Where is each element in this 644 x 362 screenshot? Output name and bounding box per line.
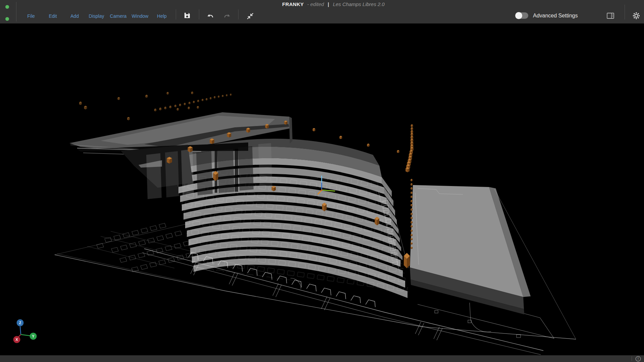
divider xyxy=(238,9,238,19)
menu-item-camera[interactable]: Camera xyxy=(107,11,129,21)
menu-item-window[interactable]: Window xyxy=(129,11,151,21)
divider xyxy=(625,5,625,19)
axis-x-ball[interactable]: X xyxy=(13,336,20,343)
status-dot-bottom xyxy=(5,17,9,21)
app-name: FRANKY xyxy=(282,1,304,7)
status-bar: ! xyxy=(0,355,644,362)
menu-item-edit[interactable]: Edit xyxy=(42,11,64,21)
side-panel-button[interactable] xyxy=(605,11,615,21)
viewport-container: Z X Y xyxy=(0,23,644,355)
advanced-settings-label: Advanced Settings xyxy=(533,12,578,19)
redo-button[interactable] xyxy=(222,11,232,21)
info-button[interactable]: ! xyxy=(635,356,641,362)
collapse-view-button[interactable] xyxy=(245,11,255,21)
gear-icon xyxy=(632,11,641,20)
menu-item-help[interactable]: Help xyxy=(151,11,173,21)
redo-icon xyxy=(223,12,231,20)
document-name: Les Champs Libres 2.0 xyxy=(333,1,384,7)
save-floppy-icon xyxy=(183,11,191,19)
svg-text:!: ! xyxy=(637,357,638,361)
3d-viewport-canvas[interactable]: Z X Y xyxy=(0,23,644,355)
undo-icon xyxy=(206,12,215,20)
floor-seat-rows xyxy=(97,223,193,272)
undo-button[interactable] xyxy=(205,11,215,21)
menu-item-file[interactable]: File xyxy=(20,11,42,21)
divider xyxy=(632,356,632,361)
toggle-knob xyxy=(515,12,522,19)
window-title: FRANKY - edited | Les Champs Libres 2.0 xyxy=(282,1,384,7)
svg-text:Y: Y xyxy=(32,334,35,338)
collapse-arrows-icon xyxy=(246,12,255,20)
edit-state: - edited xyxy=(307,1,324,7)
axis-y-ball[interactable]: Y xyxy=(30,333,37,340)
top-bar: File Edit Add Display Camera Window Help… xyxy=(0,0,644,23)
raised-slab xyxy=(410,185,531,314)
svg-text:Z: Z xyxy=(19,321,21,325)
svg-text:X: X xyxy=(15,338,18,342)
menu-bar: File Edit Add Display Camera Window Help xyxy=(20,11,173,21)
divider xyxy=(199,9,199,19)
axis-z-ball[interactable]: Z xyxy=(17,319,24,326)
menu-item-add[interactable]: Add xyxy=(64,11,86,21)
side-panel-icon xyxy=(606,11,615,20)
title-separator: | xyxy=(328,1,329,7)
divider xyxy=(16,2,16,21)
settings-button[interactable] xyxy=(631,11,641,21)
axis-gizmo: Z X Y xyxy=(13,319,37,343)
divider xyxy=(176,9,176,19)
save-button[interactable] xyxy=(182,10,192,20)
status-dot-top xyxy=(5,5,9,9)
advanced-settings-toggle[interactable] xyxy=(516,12,528,19)
door-arc xyxy=(471,319,491,332)
info-circle-icon: ! xyxy=(635,356,641,362)
menu-item-display[interactable]: Display xyxy=(86,11,107,21)
